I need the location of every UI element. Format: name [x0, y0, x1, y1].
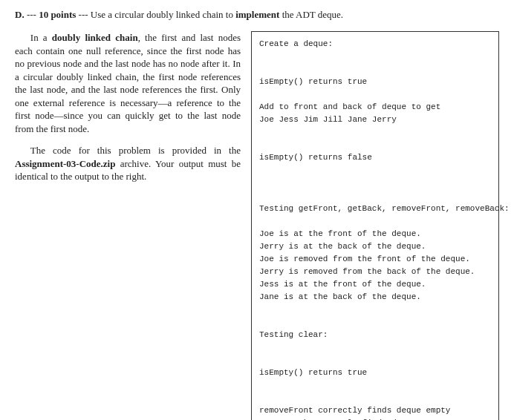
output-box: Create a deque: isEmpty() returns true A… — [251, 31, 499, 420]
description-column: In a doubly linked chain, the first and … — [15, 31, 241, 183]
output-line — [259, 50, 491, 63]
output-line: Jane is at the back of the deque. — [259, 291, 491, 303]
header-text-after: the ADT deque. — [279, 9, 343, 20]
output-line — [259, 303, 491, 316]
output-line — [259, 164, 491, 177]
output-line: removeFront correctly finds deque empty — [259, 404, 491, 417]
output-line: isEmpty() returns true — [259, 367, 491, 379]
header-text-before: Use a circular doubly linked chain to — [91, 9, 235, 20]
output-line: Joe is removed from the front of the deq… — [259, 253, 491, 266]
output-line: Jerry is at the back of the deque. — [259, 240, 491, 253]
output-line: isEmpty() returns true — [259, 76, 491, 88]
output-line: Add to front and back of deque to get — [259, 101, 491, 114]
output-line — [259, 190, 491, 203]
p2-bold: Assignment-03-Code.zip — [15, 158, 115, 169]
p2-lead: The code for this problem is provided in… — [30, 145, 241, 156]
output-line — [259, 88, 491, 101]
problem-header: D. --- 10 points --- Use a circular doub… — [15, 9, 499, 21]
output-line: removeBack correctly finds deque empty — [259, 417, 491, 420]
output-line — [259, 215, 491, 228]
output-line: isEmpty() returns false — [259, 151, 491, 164]
header-bold: implement — [235, 9, 279, 20]
output-line — [259, 354, 491, 367]
output-line: Jess is at the front of the deque. — [259, 278, 491, 291]
output-line — [259, 126, 491, 139]
points-prefix: --- — [27, 9, 39, 20]
output-line: Testing clear: — [259, 329, 491, 341]
p1-bold: doubly linked chain — [52, 32, 138, 43]
problem-label: D. — [15, 9, 25, 20]
p1-rest: , the first and last nodes each contain … — [15, 32, 241, 134]
output-line: Joe is at the front of the deque. — [259, 228, 491, 240]
output-line — [259, 379, 491, 392]
paragraph-1: In a doubly linked chain, the first and … — [15, 31, 241, 135]
output-line: Testing getFront, getBack, removeFront, … — [259, 203, 491, 215]
output-line — [259, 139, 491, 151]
output-line — [259, 392, 491, 404]
points-value: 10 points — [39, 9, 76, 20]
output-line: Joe Jess Jim Jill Jane Jerry — [259, 114, 491, 126]
points-suffix: --- — [76, 9, 91, 20]
output-line — [259, 316, 491, 329]
paragraph-2: The code for this problem is provided in… — [15, 144, 241, 183]
output-line — [259, 177, 491, 190]
p1-lead: In a — [30, 32, 52, 43]
output-line: Create a deque: — [259, 38, 491, 50]
content-row: In a doubly linked chain, the first and … — [15, 31, 499, 420]
output-line — [259, 341, 491, 354]
output-line — [259, 63, 491, 76]
output-line: Jerry is removed from the back of the de… — [259, 266, 491, 278]
